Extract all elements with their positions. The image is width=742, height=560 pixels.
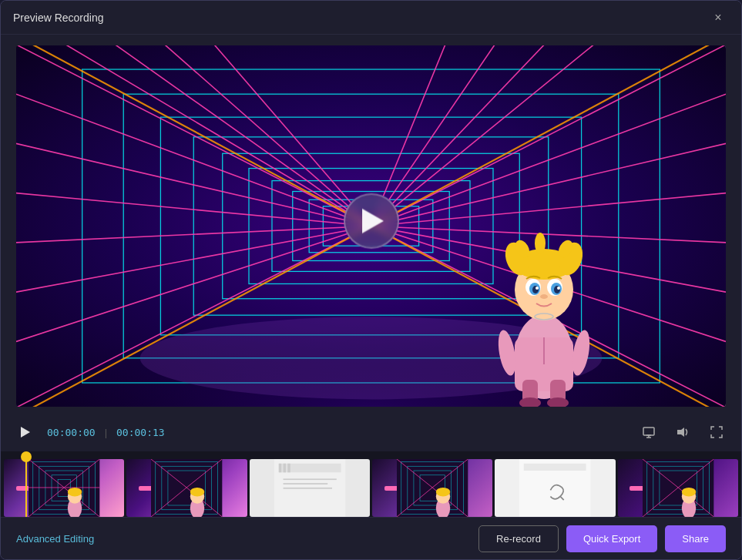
svg-point-99: [190, 488, 204, 497]
svg-marker-68: [21, 427, 30, 438]
thumbnail-4[interactable]: [372, 459, 492, 517]
svg-rect-105: [283, 478, 336, 480]
thumbnail-6[interactable]: [618, 459, 738, 517]
svg-rect-103: [283, 464, 285, 473]
advanced-editing-link[interactable]: Advanced Editing: [16, 533, 94, 545]
volume-icon: [676, 425, 690, 439]
play-pause-icon: [18, 425, 32, 439]
screen-size-button[interactable]: [636, 420, 661, 444]
play-button-overlay[interactable]: [344, 193, 399, 248]
svg-rect-121: [524, 464, 586, 471]
thumbnail-1[interactable]: [4, 459, 124, 517]
share-button[interactable]: Share: [665, 525, 726, 552]
controls-bar: 00:00:00 | 00:00:13: [1, 413, 741, 451]
timeline-line: [25, 457, 27, 517]
time-current: 00:00:00: [47, 427, 96, 438]
screen-size-icon: [642, 425, 656, 439]
thumbnail-5[interactable]: [495, 459, 615, 517]
rerecord-button[interactable]: Re-record: [478, 525, 559, 552]
timeline-container: [1, 451, 741, 517]
action-buttons: Re-record Quick Export Share: [478, 525, 726, 552]
thumb-3-svg: [250, 459, 370, 517]
thumbnails-strip: [1, 459, 741, 517]
svg-point-63: [536, 287, 539, 290]
play-pause-button[interactable]: [13, 420, 38, 444]
video-container: [16, 45, 726, 407]
thumb-5-svg: [495, 459, 615, 517]
svg-rect-106: [283, 483, 327, 485]
thumb-2-svg: [126, 459, 247, 517]
volume-button[interactable]: [670, 420, 695, 444]
play-icon: [362, 208, 384, 233]
thumbnail-2[interactable]: [126, 459, 247, 517]
fullscreen-icon: [710, 425, 724, 439]
svg-point-133: [681, 488, 695, 497]
svg-point-65: [540, 294, 548, 299]
time-separator: |: [105, 427, 107, 438]
svg-rect-104: [287, 464, 290, 473]
svg-rect-69: [643, 428, 654, 435]
bottom-bar: Advanced Editing Re-record Quick Export …: [1, 517, 741, 559]
svg-point-119: [436, 488, 450, 497]
fullscreen-button[interactable]: [704, 420, 729, 444]
quick-export-button[interactable]: Quick Export: [566, 525, 657, 552]
thumb-6-svg: [618, 459, 738, 517]
video-background: [16, 45, 726, 407]
titlebar: Preview Recording ×: [1, 1, 741, 35]
svg-point-64: [557, 287, 560, 290]
close-button[interactable]: ×: [707, 7, 729, 29]
thumb-1-svg: [4, 459, 124, 517]
thumbnail-3[interactable]: [250, 459, 370, 517]
svg-marker-73: [677, 428, 684, 437]
svg-point-88: [68, 488, 82, 497]
thumb-4-svg: [372, 459, 492, 517]
svg-point-55: [535, 233, 546, 254]
time-total: 00:00:13: [116, 427, 165, 438]
preview-recording-window: Preview Recording ×: [0, 0, 742, 560]
svg-rect-102: [278, 464, 280, 473]
svg-rect-107: [283, 488, 331, 489]
window-title: Preview Recording: [13, 12, 104, 24]
avatar-character: [490, 230, 598, 407]
